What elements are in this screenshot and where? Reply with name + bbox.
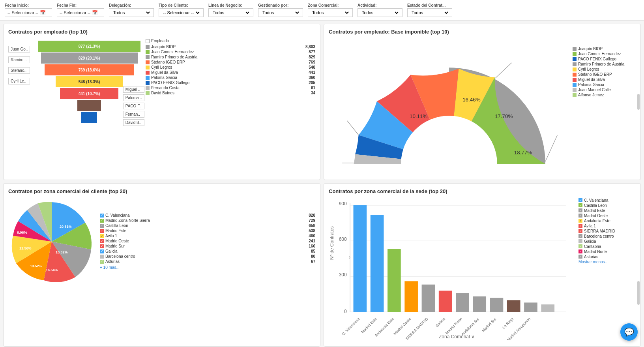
legend3-chk-me[interactable]: ✓: [100, 229, 104, 233]
legend4-chk-as[interactable]: ✓: [578, 255, 582, 259]
chat-bubble[interactable]: 💬: [620, 323, 638, 341]
linea-negocio-select[interactable]: Todos: [208, 8, 253, 17]
bar-madrid-este: [371, 215, 384, 312]
legend-name-fernando: Fernando Costa: [151, 86, 180, 90]
funnel-label-cyril[interactable]: Cyril Le..: [8, 78, 30, 84]
legend4-chk-mo[interactable]: ✓: [578, 214, 582, 218]
legend2-name-paloma: Paloma Garcia: [578, 83, 604, 87]
xlabel-ga: Galicia: [435, 316, 446, 328]
legend-name-juan: Juan Gomez Hernandez: [151, 50, 194, 54]
bar-madrid-aeropuerto: [541, 304, 554, 312]
chart3-more[interactable]: + 10 más...: [100, 265, 315, 270]
legend2-stefano: Stefano IGEO ERP: [573, 72, 636, 77]
pct-label-13: 13.52%: [30, 264, 42, 268]
legend4-chk-mn[interactable]: ✓: [578, 249, 582, 253]
legend4-chk-me[interactable]: ✓: [578, 208, 582, 212]
legend4-me: ✓ Madrid Este: [578, 208, 636, 213]
legend3-chk-as[interactable]: ✓: [100, 260, 104, 264]
legend-val-miguel: 441: [301, 70, 315, 75]
legend-item-paco: PACO FENIX Gallego 205: [146, 81, 315, 85]
legend4-chk-sm[interactable]: ✓: [578, 229, 582, 233]
fecha-inicio-input[interactable]: -- Seleccionar -- 📅: [5, 8, 52, 17]
funnel-label-fernan[interactable]: Fernan..: [123, 111, 144, 118]
tipo-cliente-select-input[interactable]: -- Seleccionar --: [161, 10, 201, 15]
chart-base-imponible: Contratos por empleado: Base imponible (…: [324, 24, 641, 180]
fecha-fin-input[interactable]: -- Seleccionar -- 📅: [57, 8, 104, 17]
pct-label-18: 18.32%: [56, 250, 68, 254]
legend4-chk-av[interactable]: ✓: [578, 224, 582, 228]
funnel-label-miguel[interactable]: Miguel ..: [123, 86, 144, 93]
chart3-title: Contratos por zona comercial del cliente…: [8, 188, 315, 194]
legend4-chk-ga[interactable]: [578, 239, 582, 243]
linea-negocio-select-input[interactable]: Todos: [211, 10, 251, 15]
legend3-val-as: 67: [301, 259, 315, 264]
filter-bar: Fecha Inicio: -- Seleccionar -- 📅 Fecha …: [0, 0, 644, 21]
legend3-chk-cv[interactable]: ✓: [100, 214, 104, 218]
gestionado-select-input[interactable]: Todos: [261, 10, 300, 15]
calendar-icon-2: 📅: [92, 10, 98, 15]
legend4-chk-ca[interactable]: ✓: [578, 244, 582, 248]
legend3-chk-ba[interactable]: [100, 255, 104, 259]
delegacion-select-input[interactable]: Todos: [112, 10, 151, 15]
bar-stefano: 769 (18.6%): [45, 64, 134, 75]
funnel-label-david[interactable]: David B..: [123, 119, 144, 126]
legend3-chk-ms[interactable]: ✓: [100, 244, 104, 248]
pct-16: 16.46%: [462, 97, 481, 103]
funnel-bar-5: 441 (10.7%): [60, 88, 118, 99]
bar-madrid-oeste: [422, 284, 435, 312]
legend4-mostrar-label[interactable]: Mostrar menos..: [578, 260, 607, 264]
gestionado-select[interactable]: Todos: [258, 8, 303, 17]
legend-color-fernando: [146, 86, 150, 90]
legend-name-cyril: Cyril Legros: [151, 65, 172, 69]
legend3-madrid-este: ✓ Madrid Este 538: [100, 229, 315, 233]
legend2-paco: PACO FENIX Gallego: [573, 57, 636, 61]
funnel-label-stefano[interactable]: Stefano..: [8, 67, 30, 74]
legend4-ba: ✓ Barcelona centro: [578, 234, 636, 238]
pct-18: 18.77%: [514, 150, 532, 156]
legend4-mostrar[interactable]: Mostrar menos..: [578, 260, 636, 264]
legend3-name-cl: Castilla León: [105, 223, 128, 228]
y-label-0: 0: [344, 308, 347, 314]
legend2-color-cyril: [573, 68, 577, 71]
legend4-chk-cv[interactable]: ✓: [578, 198, 582, 202]
legend3-chk-mn[interactable]: ✓: [100, 219, 104, 223]
legend-empleado-check[interactable]: [146, 39, 150, 43]
estado-contrat-select-input[interactable]: Todos: [410, 10, 449, 15]
funnel-label-paloma[interactable]: Paloma ..: [123, 94, 144, 101]
semicircle-chart: 18.77% 17.70% 16.46% 10.11% 23.21%: [329, 39, 569, 174]
legend3-chk-ga[interactable]: ✓: [100, 249, 104, 253]
actividad-select[interactable]: Todos: [358, 8, 402, 17]
tipo-cliente-select[interactable]: -- Seleccionar --: [159, 8, 204, 17]
legend4-name-av: Avila 1: [584, 224, 596, 228]
legend3-name-mo: Madrid Oeste: [105, 239, 129, 243]
funnel-label-juan[interactable]: Juan Go..: [8, 46, 30, 53]
zona-comercial-select[interactable]: Todos: [308, 8, 353, 17]
y-axis-label: Nº de Contratos: [329, 226, 335, 260]
chart4-scrollbar[interactable]: [637, 281, 640, 305]
pct-label-11: 11.56%: [19, 246, 32, 250]
legend-name-stefano: Stefano IGEO ERP: [151, 60, 185, 64]
legend4-chk-cl[interactable]: ✓: [578, 203, 582, 207]
legend3-chk-mo[interactable]: ✓: [100, 239, 104, 243]
chart-zona-comercial-sede: Contratos por zona comercial de la sede …: [324, 183, 641, 347]
legend3-chk-cl[interactable]: ✓: [100, 224, 104, 228]
estado-contrat-select[interactable]: Todos: [407, 8, 452, 17]
funnel-label-paco[interactable]: PACO F..: [123, 103, 144, 109]
legend4-chk-ae[interactable]: ✓: [578, 219, 582, 223]
delegacion-label: Delegación:: [109, 3, 154, 8]
legend4-name-ba: Barcelona centro: [584, 234, 614, 238]
linea-negocio-label: Línea de Negocio:: [208, 3, 253, 8]
actividad-select-input[interactable]: Todos: [360, 10, 400, 15]
legend4-chk-ba[interactable]: ✓: [578, 234, 582, 238]
funnel-label-ramiro[interactable]: Ramiro ..: [8, 56, 30, 63]
zona-comercial-select-input[interactable]: Todos: [311, 10, 350, 15]
legend-color-juan: [146, 50, 150, 54]
delegacion-select[interactable]: Todos: [109, 8, 154, 17]
legend-empleado-title: Empleado: [151, 39, 169, 43]
legend4-cl: ✓ Castilla León: [578, 203, 636, 208]
scrollbar[interactable]: [637, 94, 640, 110]
legend3-chk-av[interactable]: ✓: [100, 234, 104, 238]
pct-label-20: 20.81%: [60, 225, 72, 229]
legend2-color-paco: [573, 57, 577, 61]
legend3-asturias: ✓ Asturias 67: [100, 259, 315, 264]
